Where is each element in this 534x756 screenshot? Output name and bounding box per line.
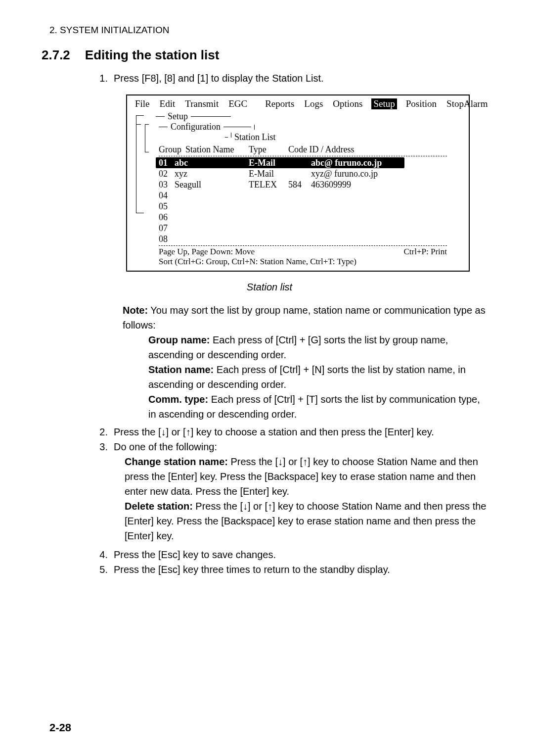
substep-block: Change station name: Press the [↓] or [↑… <box>125 454 490 543</box>
figure-sort-hint: Sort (Ctrl+G: Group, Ctrl+N: Station Nam… <box>156 257 464 267</box>
menu-reports[interactable]: Reports <box>264 98 295 109</box>
station-list-label: Station List <box>234 132 276 142</box>
menu-bar: File Edit Transmit EGC Reports Logs Opti… <box>127 97 469 111</box>
list-row[interactable]: 08 <box>156 234 464 244</box>
menu-stopalarm[interactable]: StopAlarm <box>445 98 489 109</box>
section-heading: 2.7.2 Editing the station list <box>42 47 490 63</box>
step-number: 4. <box>94 547 114 562</box>
step-text: Do one of the following: <box>114 439 490 454</box>
station-list-figure: File Edit Transmit EGC Reports Logs Opti… <box>126 94 470 272</box>
list-row[interactable]: 04 <box>156 190 464 201</box>
list-row[interactable]: 05 <box>156 201 464 212</box>
step-number: 2. <box>94 425 114 439</box>
setup-group-label: Setup <box>168 111 188 122</box>
step-text: Press the [Esc] key to save changes. <box>114 547 490 562</box>
section-title: Editing the station list <box>85 47 220 63</box>
figure-footer: Page Up, Page Down: Move Ctrl+P: Print <box>156 247 464 257</box>
menu-transmit[interactable]: Transmit <box>184 98 220 109</box>
page-number: 2-28 <box>49 721 71 734</box>
menu-edit[interactable]: Edit <box>159 98 177 109</box>
list-row[interactable]: 07 <box>156 223 464 234</box>
step-text: Press the [↓] or [↑] key to choose a sta… <box>114 425 490 439</box>
menu-position[interactable]: Position <box>405 98 438 109</box>
step-number: 5. <box>94 562 114 577</box>
menu-setup[interactable]: Setup <box>371 98 397 109</box>
menu-logs[interactable]: Logs <box>303 98 324 109</box>
config-group-label: Configuration <box>171 122 221 132</box>
list-header: Group Station Name Type Code ID / Addres… <box>156 144 464 155</box>
list-row[interactable]: 02 xyz E-Mail xyz@ furuno.co.jp <box>156 168 464 179</box>
step-text: Press [F8], [8] and [1] to display the S… <box>114 71 490 86</box>
list-row[interactable]: 03 Seagull TELEX 584 463609999 <box>156 179 464 190</box>
step-number: 1. <box>94 71 114 86</box>
step-text: Press the [Esc] key three times to retur… <box>114 562 490 577</box>
list-row[interactable]: 06 <box>156 212 464 223</box>
figure-caption: Station list <box>49 282 490 293</box>
menu-file[interactable]: File <box>134 98 151 109</box>
chapter-header: 2. SYSTEM INITIALIZATION <box>49 25 490 36</box>
section-number: 2.7.2 <box>42 47 70 63</box>
menu-options[interactable]: Options <box>332 98 363 109</box>
list-row-selected[interactable]: 01 abc E-Mail abc@ furuno.co.jp <box>156 157 404 168</box>
step-number: 3. <box>94 439 114 454</box>
menu-egc[interactable]: EGC <box>227 98 248 109</box>
note-block: Note: You may sort the list by group nam… <box>123 303 490 422</box>
tree-lines <box>132 111 156 267</box>
